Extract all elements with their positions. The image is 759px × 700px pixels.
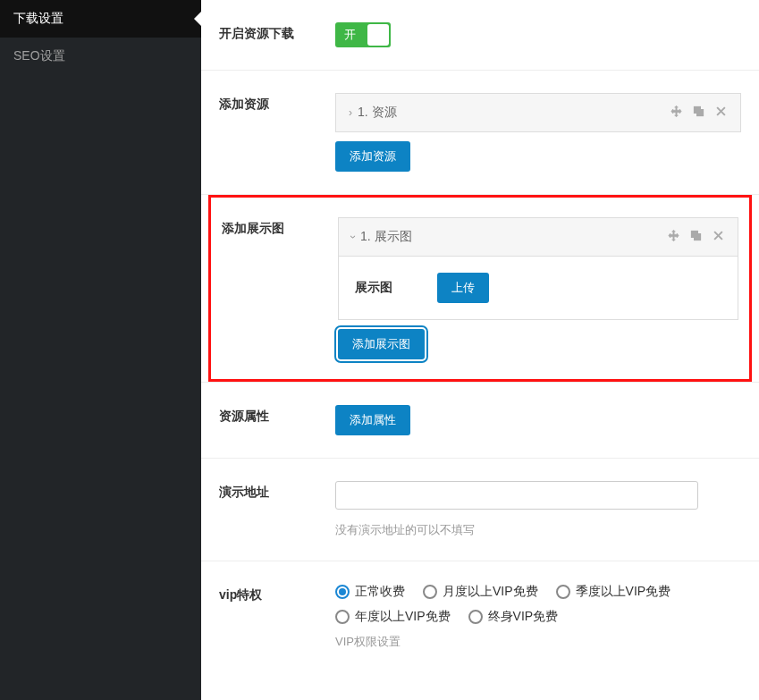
vip-option-quarterly[interactable]: 季度以上VIP免费: [556, 584, 671, 600]
section-vip: vip特权 正常收费 月度以上VIP免费 季度以上VIP免费: [201, 561, 759, 672]
section-download-toggle: 开启资源下载 开: [201, 0, 759, 71]
toggle-enable-download[interactable]: 开: [335, 22, 391, 47]
vip-radio-group-row1: 正常收费 月度以上VIP免费 季度以上VIP免费: [335, 584, 741, 600]
content-add-display: › 1. 展示图: [338, 217, 738, 359]
radio-icon: [335, 610, 350, 624]
sidebar-item-label: 下载设置: [13, 11, 63, 25]
vip-desc: VIP权限设置: [335, 634, 741, 650]
toggle-label: 开: [335, 27, 356, 43]
sidebar-item-seo-settings[interactable]: SEO设置: [0, 38, 201, 75]
toggle-knob: [367, 24, 389, 46]
add-attr-button[interactable]: 添加属性: [335, 405, 410, 435]
copy-icon[interactable]: [692, 105, 705, 121]
label-demo-url: 演示地址: [219, 481, 335, 501]
display-panel: › 1. 展示图: [338, 217, 738, 320]
label-vip: vip特权: [219, 584, 335, 603]
vip-option-normal[interactable]: 正常收费: [335, 584, 405, 600]
display-panel-header[interactable]: › 1. 展示图: [339, 218, 738, 256]
radio-icon: [468, 610, 483, 624]
sidebar: 下载设置 SEO设置: [0, 0, 201, 700]
display-panel-body: 展示图 上传: [339, 256, 738, 319]
radio-label: 季度以上VIP免费: [576, 584, 671, 600]
section-add-display: 添加展示图 › 1. 展示图: [222, 217, 738, 359]
demo-url-input[interactable]: [335, 481, 698, 510]
resource-panel-header[interactable]: › 1. 资源: [336, 94, 740, 131]
radio-icon: [335, 585, 350, 599]
radio-label: 终身VIP免费: [488, 609, 559, 625]
upload-button[interactable]: 上传: [437, 273, 489, 303]
label-resource-attr: 资源属性: [219, 405, 335, 425]
move-icon[interactable]: [667, 229, 680, 245]
radio-icon: [556, 585, 570, 599]
content-download-toggle: 开: [335, 22, 741, 47]
svg-rect-5: [692, 232, 698, 238]
vip-option-monthly[interactable]: 月度以上VIP免费: [423, 584, 538, 600]
label-add-display: 添加展示图: [222, 217, 338, 237]
sidebar-item-label: SEO设置: [13, 48, 65, 63]
section-add-resource: 添加资源 › 1. 资源: [201, 71, 759, 195]
sidebar-item-download-settings[interactable]: 下载设置: [0, 0, 201, 38]
radio-label: 正常收费: [355, 584, 405, 600]
add-display-button[interactable]: 添加展示图: [338, 329, 425, 359]
display-body-label: 展示图: [355, 280, 392, 296]
section-demo-url: 演示地址 没有演示地址的可以不填写: [201, 459, 759, 561]
demo-url-hint: 没有演示地址的可以不填写: [335, 522, 741, 538]
vip-radio-group-row2: 年度以上VIP免费 终身VIP免费: [335, 609, 741, 625]
radio-icon: [423, 585, 437, 599]
chevron-down-icon: ›: [347, 235, 359, 239]
section-resource-attr: 资源属性 添加属性: [201, 382, 759, 459]
content-demo-url: 没有演示地址的可以不填写: [335, 481, 741, 538]
radio-label: 年度以上VIP免费: [355, 609, 451, 625]
display-panel-title: 1. 展示图: [360, 229, 667, 245]
svg-rect-1: [695, 107, 701, 114]
label-download-toggle: 开启资源下载: [219, 22, 335, 42]
panel-actions: [670, 105, 728, 121]
chevron-right-icon: ›: [349, 106, 352, 119]
resource-panel-title: 1. 资源: [358, 105, 670, 121]
main-content: 开启资源下载 开 添加资源 › 1. 资源: [201, 0, 759, 700]
close-icon[interactable]: [714, 105, 728, 121]
resource-panel: › 1. 资源: [335, 93, 741, 132]
vip-option-yearly[interactable]: 年度以上VIP免费: [335, 609, 451, 625]
content-add-resource: › 1. 资源 添加资源: [335, 93, 741, 172]
highlighted-section: 添加展示图 › 1. 展示图: [208, 195, 752, 382]
add-resource-button[interactable]: 添加资源: [335, 141, 410, 172]
content-vip: 正常收费 月度以上VIP免费 季度以上VIP免费 年度以上VIP免费: [335, 584, 741, 650]
copy-icon[interactable]: [689, 229, 703, 245]
close-icon[interactable]: [712, 229, 725, 245]
content-resource-attr: 添加属性: [335, 405, 741, 435]
label-add-resource: 添加资源: [219, 93, 335, 113]
panel-actions: [667, 229, 725, 245]
radio-label: 月度以上VIP免费: [443, 584, 538, 600]
move-icon[interactable]: [670, 105, 683, 121]
vip-option-lifetime[interactable]: 终身VIP免费: [468, 609, 559, 625]
